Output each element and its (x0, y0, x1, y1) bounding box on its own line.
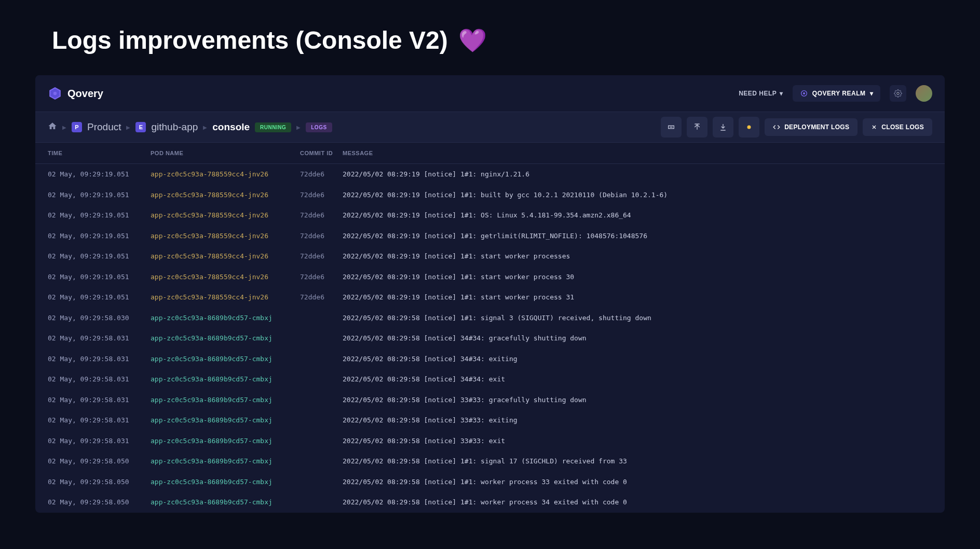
deployment-logs-label: DEPLOYMENT LOGS (784, 123, 849, 131)
download-icon (719, 123, 727, 131)
log-commit (300, 313, 343, 323)
log-pod: app-zc0c5c93a-8689b9cd57-cmbxj (151, 436, 300, 446)
arrow-up-icon (693, 123, 701, 131)
column-pod: POD NAME (151, 150, 300, 156)
log-time: 02 May, 09:29:58.050 (48, 497, 151, 507)
status-indicator-button[interactable] (739, 117, 759, 138)
log-pod: app-zc0c5c93a-788559cc4-jnv26 (151, 231, 300, 241)
log-row[interactable]: 02 May, 09:29:19.051app-zc0c5c93a-788559… (35, 226, 945, 246)
log-commit (300, 477, 343, 487)
log-row[interactable]: 02 May, 09:29:19.051app-zc0c5c93a-788559… (35, 246, 945, 267)
log-pod: app-zc0c5c93a-788559cc4-jnv26 (151, 292, 300, 303)
log-time: 02 May, 09:29:19.051 (48, 251, 151, 262)
log-row[interactable]: 02 May, 09:29:58.050app-zc0c5c93a-8689b9… (35, 472, 945, 492)
log-row[interactable]: 02 May, 09:29:19.051app-zc0c5c93a-788559… (35, 164, 945, 185)
log-pod: app-zc0c5c93a-788559cc4-jnv26 (151, 272, 300, 282)
log-row[interactable]: 02 May, 09:29:58.050app-zc0c5c93a-8689b9… (35, 451, 945, 472)
log-message: 2022/05/02 08:29:19 [notice] 1#1: getrli… (343, 231, 932, 241)
log-message: 2022/05/02 08:29:58 [notice] 34#34: exit… (343, 354, 932, 364)
log-row[interactable]: 02 May, 09:29:58.050app-zc0c5c93a-8689b9… (35, 492, 945, 513)
breadcrumb-separator: ▶ (296, 125, 301, 130)
log-time: 02 May, 09:29:19.051 (48, 231, 151, 241)
close-logs-button[interactable]: CLOSE LOGS (863, 118, 932, 136)
breadcrumb-separator: ▶ (203, 125, 207, 130)
app-header: Qovery NEED HELP ▾ QOVERY REALM ▾ (35, 75, 945, 112)
log-message: 2022/05/02 08:29:58 [notice] 1#1: signal… (343, 456, 932, 466)
log-commit: 72dde6 (300, 292, 343, 303)
page-title-text: Logs improvements (Console V2) (52, 26, 448, 54)
breadcrumb-github-app[interactable]: github-app (151, 121, 198, 133)
log-commit (300, 497, 343, 507)
log-pod: app-zc0c5c93a-8689b9cd57-cmbxj (151, 395, 300, 405)
close-logs-label: CLOSE LOGS (881, 123, 924, 131)
log-commit: 72dde6 (300, 169, 343, 180)
log-pod: app-zc0c5c93a-8689b9cd57-cmbxj (151, 477, 300, 487)
log-time: 02 May, 09:29:19.051 (48, 190, 151, 200)
log-row[interactable]: 02 May, 09:29:58.030app-zc0c5c93a-8689b9… (35, 308, 945, 328)
product-badge: P (72, 122, 82, 132)
log-message: 2022/05/02 08:29:58 [notice] 1#1: signal… (343, 313, 932, 323)
log-row[interactable]: 02 May, 09:29:58.031app-zc0c5c93a-8689b9… (35, 410, 945, 431)
log-message: 2022/05/02 08:29:19 [notice] 1#1: OS: Li… (343, 210, 932, 221)
breadcrumb-console[interactable]: console (212, 121, 250, 133)
collapse-button[interactable] (661, 117, 682, 138)
log-pod: app-zc0c5c93a-8689b9cd57-cmbxj (151, 497, 300, 507)
realm-selector[interactable]: QOVERY REALM ▾ (793, 85, 880, 102)
log-time: 02 May, 09:29:58.031 (48, 374, 151, 385)
user-avatar[interactable] (916, 85, 932, 102)
log-message: 2022/05/02 08:29:19 [notice] 1#1: built … (343, 190, 932, 200)
log-commit: 72dde6 (300, 231, 343, 241)
log-message: 2022/05/02 08:29:58 [notice] 1#1: worker… (343, 477, 932, 487)
log-pod: app-zc0c5c93a-8689b9cd57-cmbxj (151, 313, 300, 323)
log-table: TIME POD NAME COMMIT ID MESSAGE 02 May, … (35, 143, 945, 513)
log-row[interactable]: 02 May, 09:29:19.051app-zc0c5c93a-788559… (35, 287, 945, 308)
log-row[interactable]: 02 May, 09:29:19.051app-zc0c5c93a-788559… (35, 267, 945, 287)
settings-button[interactable] (890, 85, 906, 102)
breadcrumb-separator: ▶ (62, 125, 66, 130)
code-icon (773, 123, 780, 131)
log-message: 2022/05/02 08:29:19 [notice] 1#1: start … (343, 292, 932, 303)
log-row[interactable]: 02 May, 09:29:58.031app-zc0c5c93a-8689b9… (35, 328, 945, 349)
heart-icon: 💜 (458, 27, 487, 54)
log-message: 2022/05/02 08:29:58 [notice] 33#33: grac… (343, 395, 932, 405)
realm-label: QOVERY REALM (812, 90, 866, 97)
env-badge: E (135, 122, 146, 132)
column-message: MESSAGE (343, 150, 932, 156)
scroll-top-button[interactable] (687, 117, 707, 138)
breadcrumb-product[interactable]: Product (87, 121, 121, 133)
need-help-button[interactable]: NEED HELP ▾ (739, 90, 783, 97)
download-button[interactable] (713, 117, 733, 138)
log-time: 02 May, 09:29:58.031 (48, 333, 151, 344)
log-commit: 72dde6 (300, 251, 343, 262)
log-time: 02 May, 09:29:58.050 (48, 456, 151, 466)
realm-icon (800, 89, 808, 98)
log-time: 02 May, 09:29:58.031 (48, 415, 151, 426)
log-row[interactable]: 02 May, 09:29:58.031app-zc0c5c93a-8689b9… (35, 431, 945, 451)
deployment-logs-button[interactable]: DEPLOYMENT LOGS (765, 118, 857, 136)
home-icon[interactable] (48, 121, 57, 133)
log-time: 02 May, 09:29:19.051 (48, 292, 151, 303)
log-time: 02 May, 09:29:58.031 (48, 354, 151, 364)
log-commit: 72dde6 (300, 190, 343, 200)
log-time: 02 May, 09:29:19.051 (48, 210, 151, 221)
log-time: 02 May, 09:29:58.031 (48, 395, 151, 405)
log-time: 02 May, 09:29:19.051 (48, 272, 151, 282)
logs-badge: LOGS (306, 122, 332, 132)
log-message: 2022/05/02 08:29:58 [notice] 34#34: grac… (343, 333, 932, 344)
log-commit: 72dde6 (300, 210, 343, 221)
logo[interactable]: Qovery (48, 86, 103, 101)
log-pod: app-zc0c5c93a-788559cc4-jnv26 (151, 190, 300, 200)
log-row[interactable]: 02 May, 09:29:58.031app-zc0c5c93a-8689b9… (35, 369, 945, 390)
log-row[interactable]: 02 May, 09:29:58.031app-zc0c5c93a-8689b9… (35, 390, 945, 410)
logo-text: Qovery (67, 88, 103, 100)
log-row[interactable]: 02 May, 09:29:19.051app-zc0c5c93a-788559… (35, 185, 945, 205)
log-pod: app-zc0c5c93a-8689b9cd57-cmbxj (151, 333, 300, 344)
log-row[interactable]: 02 May, 09:29:58.031app-zc0c5c93a-8689b9… (35, 349, 945, 369)
column-commit: COMMIT ID (300, 150, 343, 156)
header-right: NEED HELP ▾ QOVERY REALM ▾ (739, 85, 932, 102)
log-commit (300, 436, 343, 446)
log-commit (300, 415, 343, 426)
log-time: 02 May, 09:29:19.051 (48, 169, 151, 180)
log-pod: app-zc0c5c93a-8689b9cd57-cmbxj (151, 354, 300, 364)
log-row[interactable]: 02 May, 09:29:19.051app-zc0c5c93a-788559… (35, 205, 945, 226)
